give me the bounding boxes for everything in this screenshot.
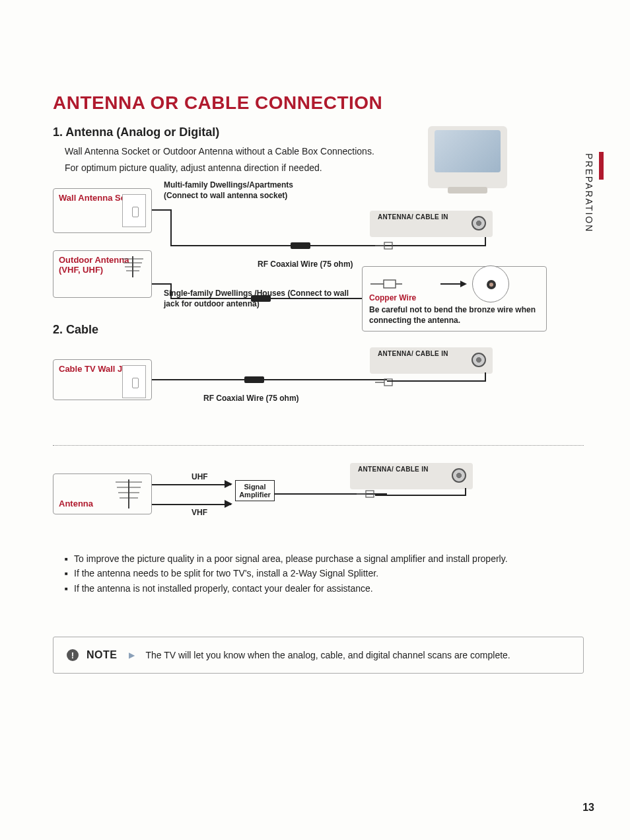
dotted-separator [53, 445, 584, 446]
tips-list: To improve the picture quality in a poor… [65, 551, 584, 596]
vhf-label: VHF [192, 508, 207, 517]
coax-jack-icon [472, 353, 486, 367]
sidebar-indicator [599, 152, 604, 180]
arrow-icon [440, 280, 467, 288]
panel-label-1: ANTENNA/ CABLE IN [378, 213, 448, 221]
antenna-cable-in-panel-3: ANTENNA/ CABLE IN [350, 463, 473, 489]
antenna-label: Antenna [59, 499, 93, 508]
svg-marker-21 [225, 480, 232, 488]
wall-socket-icon [122, 194, 146, 227]
page-title: ANTENNA OR CABLE CONNECTION [53, 92, 584, 114]
coax-plug-icon [375, 378, 394, 387]
note-icon: ! [67, 649, 79, 661]
panel-label-3: ANTENNA/ CABLE IN [358, 466, 429, 473]
svg-marker-11 [460, 281, 467, 287]
outdoor-antenna-box: Outdoor Antenna (VHF, UHF) [53, 250, 152, 298]
antenna-box: Antenna [53, 473, 152, 514]
triangle-icon: ▶ [129, 650, 135, 660]
wall-antenna-socket-box: Wall Antenna Socket [53, 188, 152, 233]
tip-item: If the antenna is not installed properly… [65, 581, 584, 596]
antenna-cable-in-panel-1: ANTENNA/ CABLE IN [370, 211, 493, 237]
arrow-icon [225, 480, 234, 488]
svg-rect-23 [366, 491, 374, 497]
coax-plug-icon [375, 241, 394, 250]
antenna-cable-in-panel-2: ANTENNA/ CABLE IN [370, 347, 493, 374]
svg-rect-7 [384, 280, 396, 288]
uhf-label: UHF [192, 472, 208, 481]
copper-wire-inset-icon [472, 265, 509, 302]
coax-plug-icon [357, 489, 375, 499]
copper-wire-callout: Copper Wire Be careful not to bend the b… [362, 266, 547, 332]
note-label: NOTE [87, 649, 117, 661]
arrow-icon [225, 500, 234, 508]
note-text: The TV will let you know when the analog… [145, 650, 510, 660]
tip-item: If the antenna needs to be split for two… [65, 566, 584, 580]
bronze-wire-warning: Be careful not to bend the bronze wire w… [369, 305, 540, 326]
coax-jack-icon [452, 468, 466, 483]
sidebar-section-label: PREPARATION [584, 153, 594, 232]
cable-tv-wall-jack-box: Cable TV Wall Jack [53, 359, 152, 400]
signal-amplifier-box: Signal Amplifier [235, 480, 275, 501]
outdoor-antenna-icon [117, 252, 149, 279]
antenna-icon [110, 475, 147, 510]
tv-illustration [428, 126, 507, 192]
svg-rect-5 [384, 242, 392, 249]
single-family-label: Single-family Dwellings /Houses (Connect… [164, 289, 355, 309]
rf-coax-label-1: RF Coaxial Wire (75 ohm) [258, 260, 353, 269]
coax-plug-detail-icon [369, 276, 402, 292]
svg-point-13 [489, 283, 493, 287]
wall-jack-icon [122, 365, 146, 398]
rf-coax-label-2: RF Coaxial Wire (75 ohm) [203, 394, 299, 403]
coax-jack-icon [472, 216, 486, 230]
multi-family-label: Multi-family Dwellings/Apartments (Conne… [164, 180, 329, 201]
svg-marker-22 [225, 500, 232, 508]
cable-diagram: Cable TV Wall Jack RF Coaxial Wire (75 o… [53, 346, 542, 425]
page-number: 13 [582, 802, 594, 814]
note-box: ! NOTE ▶ The TV will let you know when t… [53, 637, 584, 674]
amplifier-diagram: Antenna UHF VHF Signal Amplifier ANTENNA… [53, 466, 542, 545]
tip-item: To improve the picture quality in a poor… [65, 551, 584, 566]
panel-label-2: ANTENNA/ CABLE IN [378, 350, 448, 357]
